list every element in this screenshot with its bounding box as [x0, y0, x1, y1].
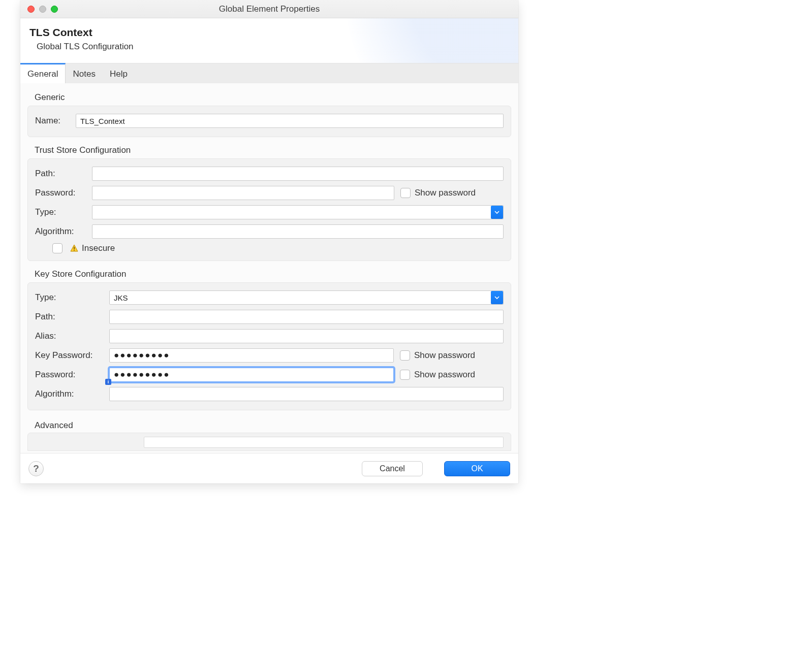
dialog-window: Global Element Properties TLS Context Gl… [20, 0, 518, 483]
trust-insecure-label: Insecure [82, 243, 115, 253]
help-button[interactable]: ? [28, 461, 44, 476]
section-key-store: Key Store Configuration Type: Path: [27, 267, 511, 410]
section-key-title: Key Store Configuration [27, 267, 511, 282]
key-type-field[interactable] [109, 290, 504, 305]
header-decoration [346, 18, 518, 63]
tab-notes[interactable]: Notes [66, 63, 102, 83]
trust-password-label: Password: [35, 188, 92, 198]
section-generic: Generic Name: [27, 90, 511, 137]
key-alias-field[interactable] [109, 329, 504, 343]
svg-rect-0 [74, 247, 75, 249]
section-advanced: Advanced [27, 416, 511, 451]
trust-algorithm-label: Algorithm: [35, 226, 92, 237]
trust-path-label: Path: [35, 169, 92, 179]
advanced-field[interactable] [144, 437, 504, 448]
section-advanced-box [27, 433, 511, 451]
trust-type-field[interactable] [92, 205, 504, 219]
ok-button[interactable]: OK [444, 461, 510, 476]
trust-algorithm-field[interactable] [92, 224, 504, 239]
tab-help[interactable]: Help [103, 63, 135, 83]
trust-type-label: Type: [35, 207, 92, 217]
key-password-show-password-label: Show password [414, 370, 475, 380]
tab-bar: General Notes Help [20, 63, 518, 83]
trust-path-field[interactable] [92, 167, 504, 181]
key-password-field[interactable] [109, 368, 394, 382]
section-trust-title: Trust Store Configuration [27, 143, 511, 158]
header: TLS Context Global TLS Configuration [20, 18, 518, 63]
titlebar: Global Element Properties [20, 0, 518, 18]
key-alias-label: Alias: [35, 331, 109, 341]
key-algorithm-field[interactable] [109, 387, 504, 401]
window-title: Global Element Properties [20, 4, 518, 14]
key-type-label: Type: [35, 292, 109, 303]
checkbox-icon[interactable] [400, 370, 410, 380]
key-path-label: Path: [35, 312, 109, 322]
cancel-button[interactable]: Cancel [362, 461, 423, 476]
key-keypw-show-password[interactable]: Show password [400, 350, 475, 361]
tab-general-body: Generic Name: Trust Store Configuration … [20, 83, 518, 453]
key-algorithm-label: Algorithm: [35, 389, 109, 399]
key-keypw-show-password-label: Show password [414, 350, 475, 361]
trust-show-password[interactable]: Show password [400, 188, 476, 198]
trust-show-password-label: Show password [415, 188, 476, 198]
key-type-select[interactable] [109, 290, 504, 305]
trust-insecure-row: Insecure [35, 241, 504, 254]
trust-password-field[interactable] [92, 186, 394, 200]
name-label: Name: [35, 116, 76, 126]
checkbox-icon[interactable] [400, 188, 411, 198]
section-generic-title: Generic [27, 90, 511, 106]
trust-insecure-checkbox[interactable] [52, 243, 63, 253]
name-field[interactable] [76, 114, 504, 128]
key-path-field[interactable] [109, 310, 504, 324]
footer: ? Cancel OK [20, 453, 518, 483]
svg-rect-1 [74, 250, 75, 251]
chevron-down-icon[interactable] [491, 291, 503, 304]
key-keypw-label: Key Password: [35, 350, 109, 361]
section-trust-box: Path: Password: Show password Type: [27, 158, 511, 261]
chevron-down-icon[interactable] [491, 206, 503, 219]
checkbox-icon[interactable] [400, 350, 410, 361]
section-trust-store: Trust Store Configuration Path: Password… [27, 143, 511, 261]
trust-type-select[interactable] [92, 205, 504, 219]
key-password-label: Password: [35, 370, 109, 380]
info-icon: i [105, 379, 111, 385]
warning-icon [70, 244, 79, 253]
tab-general[interactable]: General [20, 63, 66, 83]
section-generic-box: Name: [27, 106, 511, 137]
key-keypw-field[interactable] [109, 348, 394, 363]
key-password-show-password[interactable]: Show password [400, 370, 475, 380]
section-advanced-title: Advanced [27, 416, 511, 433]
section-key-box: Type: Path: Alias: [27, 282, 511, 410]
